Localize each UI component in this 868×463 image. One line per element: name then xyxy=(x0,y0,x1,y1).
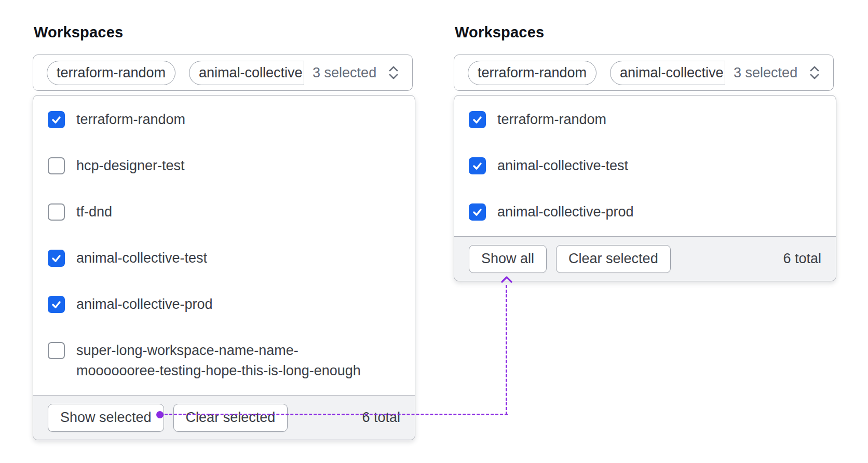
workspace-option[interactable]: tf-dnd xyxy=(33,189,415,235)
clear-selected-button[interactable]: Clear selected xyxy=(173,404,288,432)
workspace-option-list: terraform-random hcp-designer-test tf-dn… xyxy=(33,96,415,395)
checkbox[interactable] xyxy=(469,157,486,174)
chevron-up-down-icon xyxy=(809,64,820,81)
panel-title: Workspaces xyxy=(455,23,838,42)
workspaces-panel-selected-only: Workspaces terraform-random animal-colle… xyxy=(454,23,838,281)
workspace-listbox: terraform-random hcp-designer-test tf-dn… xyxy=(33,95,415,440)
checkbox[interactable] xyxy=(469,203,486,221)
workspace-listbox: terraform-random animal-collective-test … xyxy=(454,95,836,281)
checkbox[interactable] xyxy=(48,296,65,313)
workspace-option-label: terraform-random xyxy=(497,110,606,130)
workspace-option-list: terraform-random animal-collective-test … xyxy=(454,96,836,236)
checkbox[interactable] xyxy=(48,342,65,359)
listbox-footer: Show selected Clear selected 6 total xyxy=(33,395,415,440)
annotation-line-vertical xyxy=(506,285,507,415)
canvas: Workspaces terraform-random animal-colle… xyxy=(0,0,868,463)
checkbox[interactable] xyxy=(469,111,486,128)
checkbox[interactable] xyxy=(48,157,65,174)
selected-pill: terraform-random xyxy=(47,61,175,85)
workspace-option-label: animal-collective-prod xyxy=(76,294,213,315)
selected-count-label: 3 selected xyxy=(313,65,376,81)
show-all-button[interactable]: Show all xyxy=(469,245,547,273)
checkbox[interactable] xyxy=(48,203,65,221)
workspace-option[interactable]: animal-collective-test xyxy=(33,235,415,281)
selected-pill: terraform-random xyxy=(468,61,596,85)
workspace-option-label: super-long-workspace-name-name-moooooore… xyxy=(76,341,377,381)
selected-count-label: 3 selected xyxy=(734,65,797,81)
workspace-option[interactable]: animal-collective-test xyxy=(454,143,836,189)
workspace-option[interactable]: super-long-workspace-name-name-moooooore… xyxy=(33,328,415,394)
chevron-up-down-icon xyxy=(388,64,399,81)
checkbox[interactable] xyxy=(48,111,65,128)
workspace-option[interactable]: terraform-random xyxy=(454,97,836,143)
workspace-option-label: animal-collective-test xyxy=(497,156,628,176)
workspace-option[interactable]: animal-collective-prod xyxy=(33,281,415,328)
workspace-option-label: animal-collective-prod xyxy=(497,202,634,222)
selected-pill-truncated: animal-collective xyxy=(189,61,304,85)
workspace-option[interactable]: animal-collective-prod xyxy=(454,189,836,235)
workspace-option-label: terraform-random xyxy=(76,110,185,130)
total-count-label: 6 total xyxy=(783,251,821,267)
workspace-option[interactable]: terraform-random xyxy=(33,97,415,143)
show-selected-button[interactable]: Show selected xyxy=(48,404,164,432)
listbox-footer: Show all Clear selected 6 total xyxy=(454,236,836,281)
workspace-option-label: hcp-designer-test xyxy=(76,156,185,176)
multiselect-toggle[interactable]: terraform-random animal-collective 3 sel… xyxy=(454,55,834,91)
workspace-option-label: animal-collective-test xyxy=(76,248,207,268)
workspace-option-label: tf-dnd xyxy=(76,202,112,222)
clear-selected-button[interactable]: Clear selected xyxy=(556,245,671,273)
selected-pill-truncated: animal-collective xyxy=(610,61,725,85)
workspaces-panel-full-list: Workspaces terraform-random animal-colle… xyxy=(33,23,417,440)
workspace-option[interactable]: hcp-designer-test xyxy=(33,143,415,189)
total-count-label: 6 total xyxy=(362,410,400,426)
checkbox[interactable] xyxy=(48,250,65,267)
multiselect-toggle[interactable]: terraform-random animal-collective 3 sel… xyxy=(33,55,413,91)
panel-title: Workspaces xyxy=(34,23,417,42)
